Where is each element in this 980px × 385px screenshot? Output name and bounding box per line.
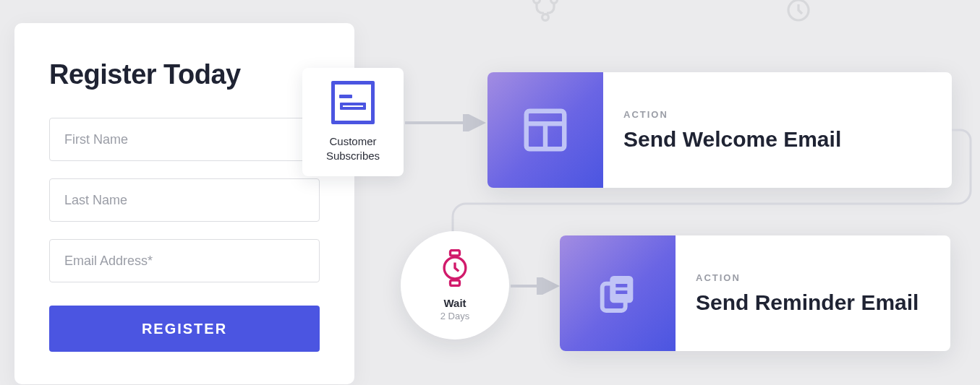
- watch-icon: [438, 249, 472, 290]
- register-title: Register Today: [49, 59, 320, 90]
- trigger-customer-subscribes[interactable]: Customer Subscribes: [302, 68, 404, 176]
- svg-point-1: [551, 0, 558, 3]
- first-name-field[interactable]: [49, 118, 320, 161]
- svg-rect-9: [451, 280, 460, 285]
- clock-icon: [781, 0, 816, 29]
- wait-sub: 2 Days: [440, 311, 469, 321]
- arrow-trigger-to-welcome: [405, 114, 489, 131]
- action-reminder-title: Send Reminder Email: [696, 290, 930, 315]
- arrow-wait-to-reminder: [511, 277, 563, 295]
- action-overline: ACTION: [623, 109, 932, 120]
- copy-icon: [560, 235, 676, 351]
- svg-point-2: [542, 14, 549, 21]
- wait-label: Wait: [443, 297, 466, 309]
- svg-point-0: [534, 0, 540, 3]
- action-welcome-email[interactable]: ACTION Send Welcome Email: [487, 72, 952, 188]
- register-button[interactable]: REGISTER: [49, 306, 320, 352]
- email-field[interactable]: [49, 239, 320, 282]
- action-overline: ACTION: [696, 272, 930, 283]
- svg-rect-8: [451, 250, 460, 255]
- action-reminder-email[interactable]: ACTION Send Reminder Email: [560, 235, 950, 351]
- wait-node[interactable]: Wait 2 Days: [401, 231, 509, 339]
- form-icon: [331, 81, 375, 124]
- action-welcome-title: Send Welcome Email: [623, 127, 932, 152]
- last-name-field[interactable]: [49, 178, 320, 222]
- layout-icon: [487, 72, 603, 188]
- svg-rect-13: [610, 276, 633, 303]
- trigger-label: Customer Subscribes: [315, 134, 391, 164]
- branch-icon: [528, 0, 563, 29]
